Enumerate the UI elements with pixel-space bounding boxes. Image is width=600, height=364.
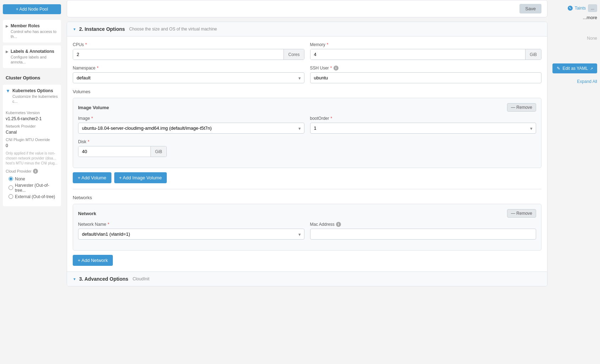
advanced-options-arrow: ▼ bbox=[73, 277, 76, 281]
k8s-arrow: ▼ bbox=[6, 88, 10, 94]
namespace-select[interactable]: default kube-system harvester-system bbox=[73, 72, 304, 83]
radio-none[interactable]: None bbox=[9, 177, 55, 181]
member-roles-section: ▶ Member Roles Control who has access to… bbox=[3, 20, 61, 43]
member-roles-arrow: ▶ bbox=[6, 24, 9, 28]
add-volume-button[interactable]: + Add Volume bbox=[73, 172, 111, 183]
k8s-fields: Kubernetes Version v1.25.6-rancher2-1 Ne… bbox=[3, 108, 61, 206]
edit-yaml-external-icon: ↗ bbox=[590, 67, 593, 71]
cpus-input[interactable] bbox=[73, 49, 284, 60]
cpus-input-wrapper: Cores bbox=[73, 49, 304, 60]
taints-link[interactable]: Taints bbox=[575, 6, 586, 11]
network-name-select[interactable]: default/vlan1 (vlanId=1) bbox=[78, 229, 304, 240]
expand-all-link[interactable]: Expand All bbox=[577, 79, 597, 84]
memory-input-wrapper: GiB bbox=[310, 49, 542, 60]
network-remove-button[interactable]: — Remove bbox=[507, 209, 536, 218]
network-card-header: Network — Remove bbox=[78, 209, 536, 218]
image-volume-remove-button[interactable]: — Remove bbox=[507, 103, 536, 112]
image-required-star: * bbox=[91, 116, 93, 121]
k8s-options-subtitle: Customize the kubernetes c... bbox=[12, 94, 58, 104]
ssh-user-label: SSH User * ℹ bbox=[310, 66, 542, 71]
image-volume-header: Image Volume — Remove bbox=[78, 103, 536, 112]
save-button[interactable]: Save bbox=[519, 4, 541, 13]
network-name-required-star: * bbox=[108, 222, 109, 227]
network-name-group: Network Name * default/vlan1 (vlanId=1) bbox=[78, 222, 304, 240]
radio-external[interactable]: External (Out-of-tree) bbox=[9, 194, 55, 199]
boot-order-group: bootOrder * 1 2 3 bbox=[310, 116, 536, 134]
cpus-label: CPUs * bbox=[73, 42, 304, 47]
main-content: Save ▼ 2. Instance Options Choose the si… bbox=[64, 0, 550, 364]
volumes-networks-separator bbox=[73, 189, 541, 189]
top-bar: Save bbox=[67, 0, 547, 17]
right-sidebar-more-btn[interactable]: ... bbox=[588, 4, 597, 12]
add-network-btn-row: + Add Network bbox=[73, 255, 541, 266]
image-group: Image * ubuntu-18.04-server-cloudimg-amd… bbox=[78, 116, 304, 134]
network-card-title: Network bbox=[78, 211, 96, 216]
network-provider-value: Canal bbox=[6, 130, 58, 135]
instance-options-panel: ▼ 2. Instance Options Choose the size an… bbox=[67, 22, 547, 286]
more-label: ...more bbox=[553, 15, 597, 20]
cloud-provider-label: Cloud Provider ℹ bbox=[6, 169, 58, 174]
volume-buttons-row: + Add Volume + Add Image Volume bbox=[73, 172, 541, 183]
mac-address-info-icon: ℹ bbox=[336, 222, 341, 227]
taints-pencil-icon: ✎ bbox=[568, 6, 573, 11]
cni-mtu-label: CNI Plugin MTU Override bbox=[6, 138, 58, 142]
ssh-user-input[interactable] bbox=[310, 72, 542, 83]
boot-order-label: bootOrder * bbox=[310, 116, 536, 121]
add-node-pool-button[interactable]: + Add Node Pool bbox=[3, 4, 61, 14]
k8s-version-label: Kubernetes Version bbox=[6, 111, 58, 115]
none-label: None bbox=[553, 34, 597, 42]
disk-input[interactable] bbox=[78, 146, 150, 157]
boot-order-select[interactable]: 1 2 3 bbox=[310, 123, 536, 134]
edit-yaml-icon: ✎ bbox=[557, 66, 560, 71]
disk-group: Disk * GiB bbox=[78, 139, 167, 157]
add-network-button[interactable]: + Add Network bbox=[73, 255, 113, 266]
namespace-required-star: * bbox=[97, 66, 99, 71]
cpus-memory-row: CPUs * Cores Memory * bbox=[73, 42, 541, 60]
instance-options-title: 2. Instance Options bbox=[79, 26, 125, 32]
kubernetes-options-group: ▼ Kubernetes Options Customize the kuber… bbox=[3, 85, 61, 206]
mac-address-group: Mac Address ℹ bbox=[310, 222, 536, 240]
instance-options-header: ▼ 2. Instance Options Choose the size an… bbox=[67, 22, 547, 37]
cni-mtu-value: 0 bbox=[6, 143, 58, 148]
kubernetes-options-header[interactable]: ▼ Kubernetes Options Customize the kuber… bbox=[3, 85, 61, 107]
image-select[interactable]: ubuntu-18.04-server-cloudimg-amd64.img (… bbox=[78, 123, 304, 134]
member-roles-header[interactable]: ▶ Member Roles Control who has access to… bbox=[3, 20, 61, 43]
cpus-required-star: * bbox=[85, 42, 87, 47]
boot-order-select-wrapper: 1 2 3 bbox=[310, 123, 536, 134]
disk-label: Disk * bbox=[78, 139, 167, 144]
edit-yaml-button[interactable]: ✎ Edit as YAML ↗ bbox=[552, 63, 597, 73]
instance-options-subtitle: Choose the size and OS of the virtual ma… bbox=[129, 27, 217, 32]
instance-options-arrow: ▼ bbox=[73, 27, 76, 31]
network-name-label: Network Name * bbox=[78, 222, 304, 227]
cpus-addon: Cores bbox=[284, 49, 304, 60]
image-select-wrapper: ubuntu-18.04-server-cloudimg-amd64.img (… bbox=[78, 123, 304, 134]
memory-input[interactable] bbox=[310, 49, 525, 60]
disk-addon: GiB bbox=[150, 146, 166, 157]
networks-label: Networks bbox=[73, 195, 541, 200]
namespace-ssh-row: Namespace * default kube-system harveste… bbox=[73, 66, 541, 83]
member-roles-title: Member Roles bbox=[11, 23, 58, 29]
cloud-provider-info-icon: ℹ bbox=[33, 169, 38, 174]
labels-annotations-section: ▶ Labels & Annotations Configure labels … bbox=[3, 45, 61, 68]
memory-required-star: * bbox=[327, 42, 329, 47]
image-volume-title: Image Volume bbox=[78, 105, 109, 110]
memory-addon: GiB bbox=[525, 49, 541, 60]
mac-address-input[interactable] bbox=[310, 229, 536, 240]
labels-annotations-header[interactable]: ▶ Labels & Annotations Configure labels … bbox=[3, 45, 61, 68]
network-name-select-wrapper: default/vlan1 (vlanId=1) bbox=[78, 229, 304, 240]
right-sidebar: ✎ Taints ... ...more None ✎ Edit as YAML… bbox=[550, 0, 600, 364]
cloud-provider-radio-group: None Harvester (Out-of-tree... External … bbox=[6, 175, 58, 203]
cluster-options-label: Cluster Options bbox=[3, 71, 61, 85]
disk-required-star: * bbox=[88, 139, 89, 144]
labels-annotations-subtitle: Configure labels and annota... bbox=[11, 55, 58, 65]
ssh-user-group: SSH User * ℹ bbox=[310, 66, 542, 83]
radio-harvester[interactable]: Harvester (Out-of-tree... bbox=[9, 183, 55, 193]
advanced-options-header: ▼ 3. Advanced Options CloudInit bbox=[67, 271, 547, 286]
disk-input-wrapper: GiB bbox=[78, 146, 167, 157]
k8s-version-value: v1.25.6-rancher2-1 bbox=[6, 116, 58, 121]
labels-annotations-title: Labels & Annotations bbox=[11, 49, 58, 55]
add-image-volume-button[interactable]: + Add Image Volume bbox=[114, 172, 167, 183]
namespace-label: Namespace * bbox=[73, 66, 304, 71]
mac-address-label: Mac Address ℹ bbox=[310, 222, 536, 227]
cni-mtu-note: Only applied if the value is non- chosen… bbox=[6, 151, 58, 166]
